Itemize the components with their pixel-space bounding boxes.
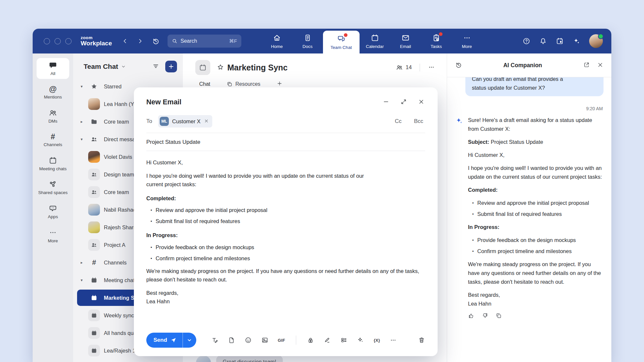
compose-toolbar: Send GIF (146, 333, 425, 348)
variables-button[interactable]: {X} (374, 338, 380, 343)
search-icon (172, 38, 178, 44)
nav-calendar[interactable]: Calendar (360, 29, 390, 53)
subject-field[interactable]: Project Status Update (146, 139, 425, 145)
nav-email[interactable]: Email (390, 29, 421, 53)
encrypt-button[interactable] (307, 337, 314, 344)
thumbs-down-icon (482, 312, 488, 319)
channel-more-button[interactable] (426, 63, 437, 72)
members-button[interactable]: 14 (394, 64, 414, 71)
attach-file-button[interactable] (228, 337, 235, 344)
template-button[interactable] (340, 337, 347, 344)
nav-tasks[interactable]: Tasks (421, 29, 452, 53)
signature-button[interactable] (324, 337, 331, 344)
copy-button[interactable] (495, 312, 502, 320)
caret-right-icon[interactable]: ▸ (79, 119, 84, 124)
avatar (88, 204, 100, 216)
ai-close-button[interactable] (596, 61, 604, 70)
minimize-button[interactable] (382, 98, 390, 107)
ai-sparkle-icon (455, 117, 463, 125)
favorite-star-button[interactable] (216, 63, 225, 72)
insert-image-button[interactable] (261, 337, 268, 344)
rail-item-more[interactable]: More (37, 225, 69, 246)
rail-item-all[interactable]: All (37, 58, 69, 79)
team-chat-dropdown[interactable]: Team Chat (82, 62, 128, 71)
ai-history-button[interactable] (454, 61, 463, 70)
thumbs-up-button[interactable] (468, 312, 475, 320)
expand-button[interactable] (400, 98, 408, 107)
discard-draft-button[interactable] (418, 337, 425, 344)
ai-compose-button[interactable] (357, 337, 364, 344)
channel-icon (195, 60, 210, 75)
search-input[interactable]: Search ⌘F (168, 35, 241, 48)
rail-item-channels[interactable]: # Channels (37, 130, 69, 150)
caret-down-icon[interactable]: ▾ (79, 137, 84, 142)
emoji-button[interactable] (245, 337, 252, 344)
bcc-button[interactable]: Bcc (412, 118, 425, 125)
nav-home[interactable]: Home (262, 29, 292, 53)
window-close-button[interactable] (44, 38, 50, 44)
chevron-down-icon (121, 64, 126, 69)
tab-chat[interactable]: Chat (197, 81, 212, 87)
nav-docs[interactable]: Docs (292, 29, 323, 53)
rail-item-mentions[interactable]: @ Mentions (37, 82, 69, 102)
back-button[interactable] (122, 38, 128, 44)
rail-item-shared-spaces[interactable]: Shared spaces (37, 177, 69, 198)
rail-item-meeting-chats[interactable]: Meeting chats (37, 153, 69, 174)
send-plane-icon (170, 337, 177, 343)
more-dots-icon (49, 228, 57, 237)
text-format-button[interactable] (211, 337, 218, 344)
cc-button[interactable]: Cc (393, 118, 404, 125)
search-placeholder: Search (181, 38, 197, 44)
top-bar-right (523, 29, 611, 53)
external-link-icon (583, 62, 590, 68)
ai-open-window-button[interactable] (583, 61, 590, 70)
ai-companion-button[interactable] (572, 37, 580, 45)
close-button[interactable] (417, 98, 425, 107)
bell-icon (539, 37, 547, 45)
close-icon (418, 98, 425, 105)
message-bubble: Great discussion team! (216, 355, 283, 362)
recipient-chip[interactable]: ML Customer X (158, 115, 212, 128)
rail-item-dms[interactable]: DMs (37, 106, 69, 127)
nav-team-chat[interactable]: Team Chat (323, 31, 360, 53)
email-body-editor[interactable]: Hi Customer X, I hope you're doing well!… (146, 158, 425, 306)
rail-item-apps[interactable]: Apps (37, 201, 69, 222)
remove-recipient-button[interactable] (204, 118, 209, 125)
filter-button[interactable] (151, 61, 161, 72)
group-icon (88, 186, 100, 198)
gif-button[interactable]: GIF (278, 338, 285, 343)
caret-right-icon[interactable]: ▸ (79, 260, 84, 265)
subject-value: Project Status Update (489, 139, 543, 145)
ai-conversation: Can you draft an email that provides a s… (447, 77, 611, 362)
help-button[interactable] (523, 37, 530, 45)
calendar-icon (88, 292, 100, 304)
new-chat-button[interactable] (165, 61, 177, 72)
resources-icon (227, 81, 233, 87)
caret-down-icon[interactable]: ▾ (79, 84, 84, 89)
to-field[interactable]: To ML Customer X Cc Bcc (146, 115, 425, 128)
text-format-icon (211, 337, 218, 344)
window-minimize-button[interactable] (55, 38, 61, 44)
bullet-dot: • (151, 217, 152, 226)
schedule-button[interactable] (556, 37, 564, 45)
plus-icon (168, 63, 174, 70)
history-icon (455, 61, 462, 68)
tab-resources[interactable]: Resources (225, 81, 262, 87)
notifications-button[interactable] (539, 37, 547, 45)
send-options-button[interactable] (183, 333, 196, 348)
send-button[interactable]: Send (146, 333, 183, 348)
caret-down-icon[interactable]: ▾ (79, 278, 84, 282)
user-avatar[interactable] (589, 34, 603, 48)
bullet-dot: • (472, 210, 474, 219)
window-zoom-button[interactable] (65, 38, 72, 44)
ai-response: Sure! Here's a draft email asking for a … (455, 116, 604, 320)
thumbs-down-button[interactable] (482, 312, 488, 320)
nav-more[interactable]: More (452, 29, 482, 53)
bullet-dot: • (472, 199, 474, 207)
channel-header: Marketing Sync 14 (183, 53, 447, 75)
history-button[interactable] (152, 37, 160, 45)
window-controls (44, 38, 72, 44)
forward-button[interactable] (137, 38, 143, 44)
more-options-button[interactable] (390, 337, 397, 344)
add-tab-button[interactable] (275, 80, 284, 88)
